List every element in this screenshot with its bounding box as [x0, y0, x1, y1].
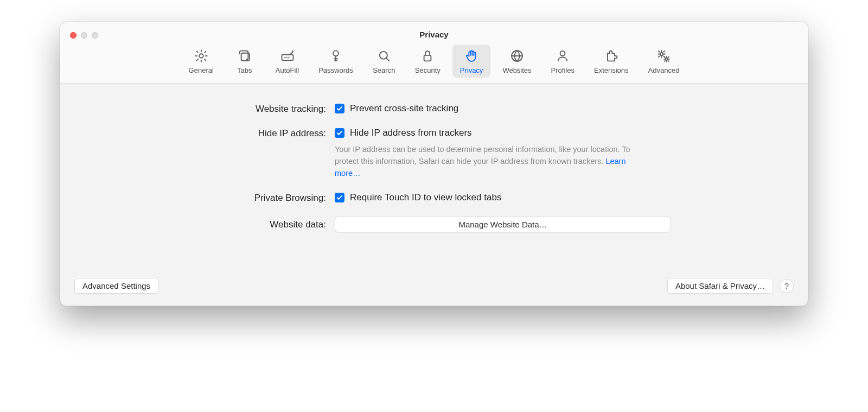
- hide-ip-from-trackers-checkbox[interactable]: Hide IP address from trackers: [335, 128, 671, 138]
- tab-search[interactable]: Search: [365, 45, 403, 78]
- puzzle-icon: [604, 48, 619, 64]
- tab-label: Websites: [502, 66, 531, 74]
- help-text-body: Your IP address can be used to determine…: [335, 145, 630, 166]
- prevent-cross-site-tracking-checkbox[interactable]: Prevent cross-site tracking: [335, 103, 671, 114]
- gears-icon: [656, 48, 671, 64]
- svg-point-11: [660, 53, 663, 55]
- tab-extensions[interactable]: Extensions: [586, 45, 636, 78]
- svg-point-12: [666, 58, 668, 60]
- manage-website-data-button[interactable]: Manage Website Data…: [335, 217, 671, 232]
- svg-point-0: [199, 54, 203, 58]
- tab-label: Search: [373, 66, 395, 74]
- tab-security[interactable]: Security: [407, 45, 448, 78]
- advanced-settings-button[interactable]: Advanced Settings: [74, 278, 158, 294]
- preferences-window: Privacy General Tabs AutoFill: [60, 22, 808, 306]
- tab-label: Extensions: [594, 66, 629, 74]
- tab-passwords[interactable]: Passwords: [311, 45, 361, 78]
- svg-point-10: [560, 51, 565, 56]
- checkbox-label: Require Touch ID to view locked tabs: [350, 192, 501, 203]
- tab-advanced[interactable]: Advanced: [641, 45, 687, 78]
- checkbox-label: Hide IP address from trackers: [350, 128, 472, 138]
- hide-ip-help-text: Your IP address can be used to determine…: [335, 142, 649, 179]
- help-button[interactable]: ?: [780, 279, 794, 293]
- minimize-window-button[interactable]: [81, 32, 87, 39]
- svg-point-3: [284, 58, 285, 58]
- website-data-label: Website data:: [76, 217, 326, 230]
- window-controls: [60, 32, 98, 39]
- maximize-window-button[interactable]: [92, 32, 98, 39]
- website-tracking-label: Website tracking:: [76, 103, 326, 115]
- close-window-button[interactable]: [70, 32, 76, 39]
- svg-point-4: [286, 58, 287, 58]
- key-icon: [328, 48, 343, 64]
- tab-label: Security: [415, 66, 441, 74]
- autofill-icon: [280, 48, 295, 64]
- globe-icon: [509, 48, 525, 64]
- tab-privacy[interactable]: Privacy: [452, 45, 491, 78]
- require-touch-id-checkbox[interactable]: Require Touch ID to view locked tabs: [335, 192, 671, 203]
- tab-label: Profiles: [551, 66, 575, 74]
- checkmark-icon: [335, 104, 344, 113]
- checkmark-icon: [335, 193, 344, 202]
- checkmark-icon: [335, 128, 344, 138]
- checkbox-label: Prevent cross-site tracking: [350, 103, 458, 114]
- svg-point-5: [288, 58, 289, 58]
- tab-autofill[interactable]: AutoFill: [268, 45, 307, 78]
- search-icon: [376, 48, 392, 64]
- tab-label: Advanced: [648, 66, 680, 74]
- tab-label: Passwords: [318, 66, 353, 74]
- titlebar: Privacy General Tabs AutoFill: [60, 22, 808, 84]
- tab-websites[interactable]: Websites: [495, 45, 539, 78]
- tab-label: Tabs: [237, 66, 252, 74]
- private-browsing-label: Private Browsing:: [76, 192, 326, 204]
- tab-general[interactable]: General: [181, 45, 221, 78]
- tab-profiles[interactable]: Profiles: [544, 45, 582, 78]
- person-icon: [555, 48, 570, 64]
- svg-point-6: [333, 50, 339, 56]
- gear-icon: [194, 48, 209, 64]
- lock-icon: [420, 48, 435, 64]
- svg-rect-8: [424, 55, 431, 61]
- hand-icon: [464, 48, 479, 64]
- tab-label: AutoFill: [276, 66, 299, 74]
- hide-ip-label: Hide IP address:: [76, 128, 326, 139]
- tabs-icon: [237, 48, 252, 64]
- tab-label: General: [189, 66, 214, 74]
- preferences-toolbar: General Tabs AutoFill Passwords: [60, 45, 808, 83]
- tab-label: Privacy: [460, 66, 483, 74]
- privacy-content: Website tracking: Prevent cross-site tra…: [60, 84, 808, 268]
- footer: Advanced Settings About Safari & Privacy…: [60, 268, 808, 306]
- window-title: Privacy: [60, 30, 808, 45]
- tab-tabs[interactable]: Tabs: [226, 45, 264, 78]
- about-safari-privacy-button[interactable]: About Safari & Privacy…: [667, 278, 773, 294]
